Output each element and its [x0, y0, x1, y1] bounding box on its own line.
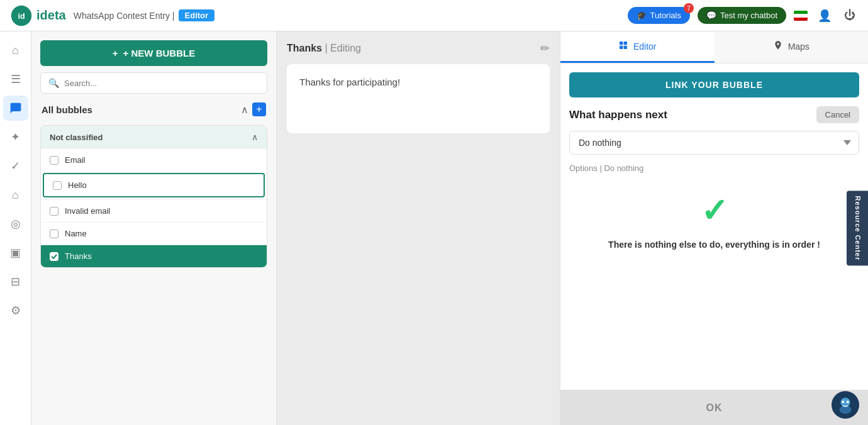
bubble-checkbox-name[interactable]	[50, 229, 58, 238]
new-bubble-label: + NEW BUBBLE	[123, 48, 196, 58]
nav-settings[interactable]: ⚙	[3, 298, 28, 323]
list-icon: ☰	[11, 72, 21, 86]
bubble-checkbox-invalid-email[interactable]	[50, 207, 58, 216]
editor-tab-icon	[618, 40, 628, 52]
bubble-item-thanks[interactable]: Thanks	[41, 245, 267, 267]
bubble-item-email[interactable]: Email	[41, 148, 267, 171]
right-tabs: Editor Maps	[560, 31, 868, 63]
header: id ideta WhatsApp Contest Entry | Editor…	[0, 0, 868, 31]
svg-point-10	[847, 400, 849, 403]
bubble-label-hello: Hello	[68, 180, 87, 190]
chatbot-icon: 💬	[706, 11, 716, 20]
star-icon: ✦	[11, 130, 20, 144]
bubble-group-not-classified: Not classified ∧ Email Hello Invalid ema…	[40, 125, 267, 268]
bubbles-panel: + + NEW BUBBLE 🔍 All bubbles ∧ + Not cla…	[31, 31, 277, 425]
nothing-to-do-text: There is nothing else to do, everything …	[608, 240, 820, 250]
editing-header: Thanks | Editing ✏	[287, 41, 550, 55]
chatbot-avatar	[832, 391, 859, 419]
edit-icon-button[interactable]: ✏	[540, 41, 550, 55]
bubble-label-thanks: Thanks	[65, 251, 92, 261]
gear-icon: ⚙	[11, 304, 21, 317]
all-bubbles-title: All bubbles	[42, 104, 92, 115]
tutorials-label: Tutorials	[650, 11, 681, 20]
home-icon: ⌂	[12, 44, 19, 57]
right-footer: OK	[560, 390, 868, 425]
svg-text:id: id	[18, 12, 25, 21]
language-flag[interactable]	[794, 11, 808, 21]
search-input[interactable]	[64, 79, 259, 88]
test-chatbot-button[interactable]: 💬 Test my chatbot	[698, 7, 786, 24]
bubble-item-invalid-email[interactable]: Invalid email	[41, 199, 267, 222]
editing-panel: Thanks | Editing ✏ Thanks for participat…	[277, 31, 560, 425]
home2-icon: ⌂	[12, 189, 19, 202]
new-bubble-button[interactable]: + + NEW BUBBLE	[40, 40, 267, 66]
nav-bubble[interactable]	[3, 96, 28, 121]
svg-rect-5	[624, 46, 627, 49]
message-text: Thanks for participating!	[299, 77, 400, 87]
bubble-item-name[interactable]: Name	[41, 222, 267, 245]
logo-icon: id	[10, 4, 33, 27]
what-happens-header: What happens next Cancel	[569, 106, 859, 123]
nav-db[interactable]: ⊟	[3, 269, 28, 294]
tutorials-icon: 🎓	[637, 11, 647, 20]
message-bubble: Thanks for participating!	[287, 64, 550, 133]
check-icon: ✓	[11, 159, 20, 173]
add-bubble-button[interactable]: +	[252, 102, 266, 116]
what-happens-title: What happens next	[569, 109, 667, 121]
editing-subtitle: | Editing	[325, 43, 361, 53]
resource-center-label: Resource Center	[854, 196, 862, 260]
link-bubble-button[interactable]: LINK YOUR BUBBLE	[569, 72, 859, 97]
logo: id ideta	[10, 4, 66, 27]
ok-button[interactable]: OK	[706, 402, 723, 414]
user-icon: 👤	[818, 9, 832, 23]
svg-rect-4	[620, 46, 623, 49]
check-thanks-icon	[51, 254, 57, 259]
group-header[interactable]: Not classified ∧	[41, 126, 267, 148]
user-profile-button[interactable]: 👤	[815, 6, 834, 25]
plus-icon: +	[113, 48, 118, 58]
select-wrapper: Do nothing	[569, 131, 859, 155]
tab-editor-label: Editor	[633, 41, 657, 52]
bubble-item-hello[interactable]: Hello	[43, 173, 265, 197]
editing-title: Thanks | Editing	[287, 43, 361, 54]
nav-chat[interactable]: ◎	[3, 211, 28, 236]
maps-tab-icon	[773, 40, 783, 52]
options-label: Options | Do nothing	[569, 163, 859, 173]
bubble-icon	[9, 102, 22, 114]
all-bubbles-controls: ∧ +	[241, 102, 266, 116]
search-icon: 🔍	[48, 78, 59, 88]
bubble-label-invalid-email: Invalid email	[65, 206, 110, 216]
do-nothing-select[interactable]: Do nothing	[569, 131, 859, 155]
bubble-checkbox-email[interactable]	[50, 156, 58, 165]
nav-star[interactable]: ✦	[3, 124, 28, 150]
tutorials-button[interactable]: 🎓 Tutorials 7	[628, 7, 690, 24]
logo-text: ideta	[36, 8, 66, 23]
project-title: WhatsApp Contest Entry |	[74, 11, 175, 21]
link-bubble-label: LINK YOUR BUBBLE	[665, 80, 763, 90]
what-happens-section: What happens next Cancel Do nothing Opti…	[560, 106, 868, 173]
nav-bar[interactable]: ▣	[3, 240, 28, 265]
collapse-button[interactable]: ∧	[241, 104, 248, 116]
chat-icon: ◎	[11, 217, 21, 231]
cancel-button[interactable]: Cancel	[816, 106, 859, 123]
bubble-label-name: Name	[65, 229, 87, 238]
editing-title-text: Thanks	[287, 43, 322, 53]
tab-editor[interactable]: Editor	[560, 31, 715, 63]
logout-button[interactable]: ⏻	[842, 6, 858, 25]
pencil-icon: ✏	[540, 42, 550, 55]
nav-check[interactable]: ✓	[3, 153, 28, 179]
do-nothing-box: ✓ There is nothing else to do, everythin…	[560, 173, 868, 268]
avatar-icon	[833, 393, 857, 417]
editor-badge: Editor	[179, 9, 215, 21]
search-box: 🔍	[40, 72, 267, 94]
nav-list[interactable]: ☰	[3, 67, 28, 92]
bubble-checkbox-thanks[interactable]	[50, 252, 58, 261]
nav-home2[interactable]: ⌂	[3, 182, 28, 207]
svg-rect-2	[620, 41, 623, 45]
header-title: WhatsApp Contest Entry | Editor	[74, 9, 214, 21]
bubble-checkbox-hello[interactable]	[53, 181, 62, 190]
svg-point-9	[842, 400, 844, 403]
tab-maps[interactable]: Maps	[715, 31, 869, 63]
nav-home[interactable]: ⌂	[3, 38, 28, 63]
resource-center-tab[interactable]: Resource Center	[847, 190, 868, 265]
